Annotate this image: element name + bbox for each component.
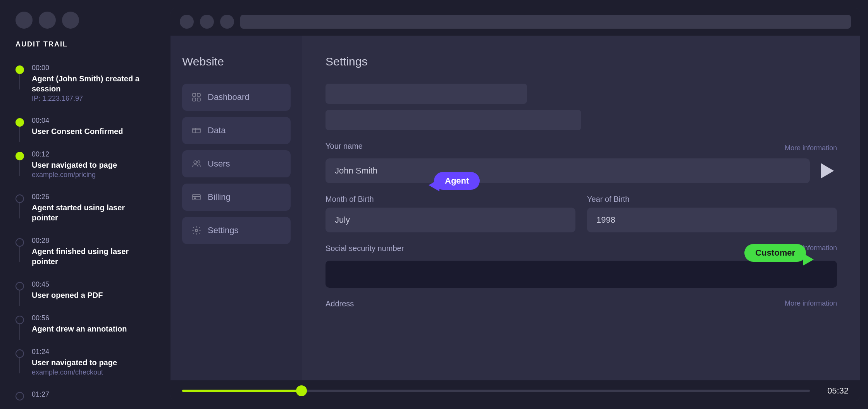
timeline-dot-empty [16, 194, 24, 203]
settings-field-2 [326, 110, 581, 130]
settings-label: Settings [208, 225, 239, 235]
dot-col [16, 348, 24, 358]
ssn-section: Social security number More information … [326, 244, 837, 288]
timeline-text: User Consent Confirmed [32, 126, 147, 136]
timeline-line [19, 358, 20, 373]
sidebar-item-users[interactable]: Users [182, 150, 291, 177]
timeline-time: 00:04 [32, 117, 147, 125]
sidebar: AUDIT TRAIL 00:00 Agent (John Smith) cre… [0, 0, 163, 409]
window-controls [0, 12, 163, 40]
svg-point-8 [198, 161, 200, 163]
timeline-time: 00:12 [32, 150, 147, 158]
customer-label: Customer [755, 248, 795, 258]
timeline-item: 00:12 User navigated to page example.com… [16, 150, 147, 179]
timeline-line [19, 160, 20, 176]
timeline-sub: IP: 1.223.167.97 [32, 95, 147, 103]
dot-col [16, 64, 24, 74]
svg-point-7 [194, 161, 197, 164]
address-label: Address [326, 299, 354, 308]
ssn-input[interactable] [326, 261, 837, 288]
billing-icon [191, 192, 202, 202]
month-label: Month of Birth [326, 195, 575, 204]
timeline-item: 00:26 Agent started using laser pointer [16, 193, 147, 223]
browser-bar [170, 8, 860, 36]
browser-forward-button[interactable] [200, 15, 214, 29]
address-label-row: Address More information [326, 299, 837, 312]
agent-laser-pointer [429, 179, 439, 191]
browser-url-bar[interactable] [240, 15, 851, 29]
timeline-content: 01:24 User navigated to page example.com… [32, 348, 147, 376]
month-input[interactable]: July [326, 208, 575, 232]
timeline-dot-empty [16, 349, 24, 358]
svg-rect-2 [193, 98, 196, 101]
sidebar-item-settings[interactable]: Settings [182, 217, 291, 244]
svg-point-12 [195, 229, 198, 232]
timeline-item: 01:27 [16, 390, 147, 400]
timeline-text: Agent (John Smith) created a session [32, 74, 147, 94]
month-value: July [335, 215, 350, 225]
timeline-time: 00:56 [32, 314, 147, 322]
address-more-info: More information [785, 299, 837, 312]
timeline-item: 01:24 User navigated to page example.com… [16, 348, 147, 376]
year-input[interactable]: 1998 [587, 208, 837, 232]
dot-col [16, 314, 24, 324]
play-icon [821, 163, 834, 179]
name-input[interactable]: John Smith [326, 158, 810, 183]
sidebar-item-data[interactable]: Data [182, 117, 291, 144]
timeline-text: User navigated to page [32, 160, 147, 170]
settings-icon [191, 225, 202, 235]
timeline-line [19, 247, 20, 262]
timeline-content: 00:45 User opened a PDF [32, 280, 147, 300]
browser-content: Website Dashboard [170, 36, 860, 380]
close-button[interactable] [16, 12, 33, 29]
svg-rect-11 [194, 198, 196, 199]
progress-thumb[interactable] [296, 385, 307, 396]
dot-col [16, 237, 24, 247]
timeline-sub: example.com/checkout [32, 368, 147, 376]
timeline-content: 00:12 User navigated to page example.com… [32, 150, 147, 179]
settings-title: Settings [326, 55, 837, 68]
timeline-text: User opened a PDF [32, 290, 147, 300]
timeline-dot-empty [16, 316, 24, 324]
ssn-label: Social security number [326, 244, 404, 253]
name-field-header: Your name More information [326, 142, 837, 155]
timeline-dot [16, 65, 24, 74]
name-row: John Smith [326, 158, 837, 183]
maximize-button[interactable] [62, 12, 79, 29]
minimize-button[interactable] [39, 12, 56, 29]
sidebar-item-billing[interactable]: Billing [182, 184, 291, 211]
progress-track[interactable] [182, 390, 810, 392]
users-label: Users [208, 159, 230, 169]
address-section: Address More information [326, 299, 837, 312]
settings-field-1 [326, 84, 527, 104]
agent-tooltip: Agent [434, 172, 480, 190]
dot-col [16, 390, 24, 400]
customer-tooltip: Customer [744, 244, 806, 262]
name-label: Your name [326, 142, 363, 151]
timeline-text: Agent drew an annotation [32, 324, 147, 334]
timeline-content: 00:28 Agent finished using laser pointer [32, 237, 147, 266]
svg-rect-0 [193, 93, 196, 96]
svg-rect-1 [197, 93, 200, 96]
website-nav: Website Dashboard [170, 36, 302, 380]
timeline-item: 00:04 User Consent Confirmed [16, 117, 147, 136]
name-more-info: More information [785, 144, 837, 152]
year-value: 1998 [596, 215, 615, 225]
timeline-content: 00:56 Agent drew an annotation [32, 314, 147, 334]
browser-refresh-button[interactable] [220, 15, 234, 29]
progress-fill [182, 390, 301, 392]
timeline-time: 00:26 [32, 193, 147, 201]
dot-col [16, 117, 24, 127]
timeline-dot [16, 152, 24, 160]
timeline-dot [16, 118, 24, 127]
browser-back-button[interactable] [180, 15, 194, 29]
grid-icon [191, 92, 202, 102]
sidebar-item-dashboard[interactable]: Dashboard [182, 84, 291, 111]
timeline-content: 00:04 User Consent Confirmed [32, 117, 147, 136]
timeline-item: 00:28 Agent finished using laser pointer [16, 237, 147, 266]
play-button[interactable] [818, 161, 837, 180]
timeline-time: 01:27 [32, 390, 147, 399]
audit-trail-title: AUDIT TRAIL [0, 40, 163, 60]
billing-label: Billing [208, 192, 231, 202]
timeline-line [19, 127, 20, 142]
